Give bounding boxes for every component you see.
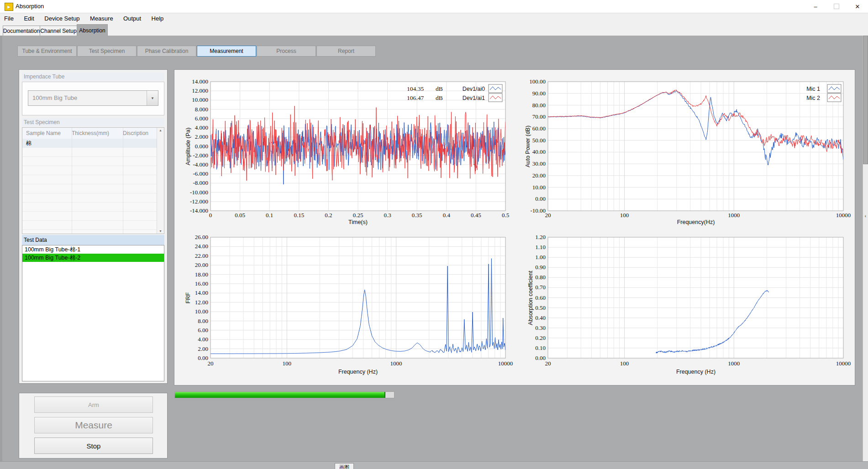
svg-text:0.15: 0.15 (294, 212, 304, 219)
column-sample-name: Sample Name (22, 130, 72, 136)
svg-text:dB: dB (436, 85, 443, 92)
subtab-report[interactable]: Report (316, 46, 376, 57)
menu-edit[interactable]: Edit (20, 13, 38, 24)
svg-text:10000: 10000 (836, 360, 851, 367)
test-data-header: Test Data (22, 235, 164, 245)
svg-text:0.00: 0.00 (198, 354, 208, 361)
scroll-down-icon[interactable]: ▼ (157, 229, 164, 233)
svg-text:26.00: 26.00 (195, 234, 208, 240)
svg-text:0.25: 0.25 (353, 212, 363, 219)
collapse-arrow-icon[interactable]: ‹ (863, 214, 868, 219)
svg-text:100: 100 (620, 212, 629, 219)
svg-text:0.10: 0.10 (535, 344, 546, 351)
measure-button[interactable]: Measure (34, 417, 153, 433)
svg-text:0.1: 0.1 (266, 212, 273, 219)
svg-text:18.00: 18.00 (195, 271, 208, 278)
svg-text:2.00: 2.00 (198, 345, 208, 352)
svg-text:4.000: 4.000 (195, 124, 208, 131)
svg-text:1000: 1000 (728, 212, 740, 219)
window-title: Absorption (16, 3, 44, 10)
menu-device-setup[interactable]: Device Setup (40, 13, 84, 24)
menu-help[interactable]: Help (147, 13, 168, 24)
menu-output[interactable]: Output (119, 13, 145, 24)
table-empty-rows (22, 148, 157, 234)
scroll-up-icon[interactable]: ▲ (157, 129, 164, 132)
tab-absorption[interactable]: Absorption (77, 24, 108, 36)
bottom-tab-draw[interactable]: 画图 (335, 463, 354, 469)
svg-text:16.00: 16.00 (195, 280, 208, 287)
test-specimen-header: Test Specimen (22, 118, 164, 126)
svg-text:24.00: 24.00 (195, 243, 208, 250)
svg-text:80.00: 80.00 (532, 102, 546, 109)
subtab-process[interactable]: Process (257, 46, 316, 57)
vertical-scrollbar[interactable]: ‹ (863, 36, 868, 462)
svg-text:0.20: 0.20 (535, 334, 546, 341)
tab-documentation[interactable]: Documentation (3, 26, 40, 36)
svg-text:0.2: 0.2 (325, 212, 332, 219)
svg-text:0.30: 0.30 (535, 324, 546, 331)
svg-text:0.40: 0.40 (535, 314, 546, 321)
table-row[interactable]: 棉 (22, 139, 157, 148)
svg-text:-12.000: -12.000 (190, 198, 208, 205)
svg-text:0.05: 0.05 (235, 212, 245, 219)
svg-text:-8.000: -8.000 (193, 179, 208, 186)
subtab-measurement[interactable]: Measurement (197, 46, 256, 57)
progress-fill (175, 392, 385, 398)
svg-text:0.50: 0.50 (535, 304, 546, 311)
svg-text:90.00: 90.00 (532, 90, 546, 97)
svg-text:100: 100 (620, 360, 629, 367)
app-icon: ▶ (5, 3, 13, 11)
impedance-tube-value: 100mm Big Tube (32, 91, 77, 105)
svg-text:Frequency (Hz): Frequency (Hz) (676, 369, 715, 375)
subtab-phase-calibration[interactable]: Phase Calibration (137, 46, 196, 57)
svg-text:106.47: 106.47 (407, 94, 424, 101)
svg-text:1.20: 1.20 (535, 234, 546, 240)
svg-text:22.00: 22.00 (195, 252, 208, 259)
chart-panel: -14.000-12.000-10.000-8.000-6.000-4.000-… (174, 69, 855, 386)
chevron-down-icon[interactable]: ▼ (147, 91, 158, 105)
impedance-tube-dropdown[interactable]: 100mm Big Tube ▼ (28, 90, 158, 106)
svg-text:0.000: 0.000 (195, 143, 208, 150)
menu-measure[interactable]: Measure (86, 13, 117, 24)
progress-bar (174, 391, 395, 398)
maximize-button[interactable] (826, 0, 847, 13)
svg-text:0.3: 0.3 (384, 212, 391, 219)
impedance-tube-header: Impendace Tube (22, 73, 164, 81)
absorption-page: Tube & Environment Test Specimen Phase C… (0, 36, 868, 462)
svg-text:Mic 2: Mic 2 (806, 95, 820, 101)
list-item[interactable]: 100mm Big Tube-棉-1 (22, 245, 164, 254)
subtab-tube-environment[interactable]: Tube & Environment (17, 46, 77, 57)
minimize-button[interactable]: – (805, 0, 826, 13)
svg-text:Absorption coefficient: Absorption coefficient (527, 271, 534, 325)
svg-text:8.000: 8.000 (195, 106, 208, 113)
svg-text:100: 100 (283, 360, 292, 367)
column-thickness: Thickness(mm) (72, 130, 123, 136)
menu-file[interactable]: File (0, 13, 18, 24)
svg-text:-10.000: -10.000 (190, 189, 208, 196)
bottom-strip: 画图 (0, 461, 868, 469)
test-data-list[interactable]: 100mm Big Tube-棉-1 100mm Big Tube-棉-2 (22, 245, 164, 381)
svg-text:104.35: 104.35 (407, 85, 424, 92)
scrollbar-thumb[interactable] (863, 36, 868, 164)
tab-channel-setup[interactable]: Channel Setup (40, 26, 77, 36)
svg-text:20: 20 (545, 212, 551, 219)
svg-text:Mic 1: Mic 1 (806, 86, 820, 92)
arm-button[interactable]: Arm (34, 396, 153, 413)
svg-text:Dev1/ai0: Dev1/ai0 (463, 86, 485, 92)
svg-text:0.4: 0.4 (443, 212, 451, 219)
test-specimen-table[interactable]: Sample Name Thickness(mm) Discription 棉 … (22, 127, 164, 234)
svg-text:-14.000: -14.000 (190, 207, 208, 214)
close-button[interactable]: ✕ (847, 0, 868, 13)
svg-text:0.45: 0.45 (471, 212, 481, 219)
svg-text:Time(s): Time(s) (348, 219, 368, 225)
svg-text:-4.000: -4.000 (193, 161, 208, 168)
chart-frf: 0.002.004.006.008.0010.0012.0014.0016.00… (180, 229, 513, 380)
column-discription: Discription (123, 130, 157, 136)
list-item-selected[interactable]: 100mm Big Tube-棉-2 (22, 254, 164, 262)
menu-bar: File Edit Device Setup Measure Output He… (0, 13, 868, 24)
stop-button[interactable]: Stop (34, 438, 153, 454)
svg-text:0.00: 0.00 (535, 195, 546, 202)
svg-text:-6.000: -6.000 (193, 170, 208, 177)
table-scrollbar[interactable]: ▲ ▼ (157, 128, 164, 234)
subtab-test-specimen[interactable]: Test Specimen (77, 46, 137, 57)
